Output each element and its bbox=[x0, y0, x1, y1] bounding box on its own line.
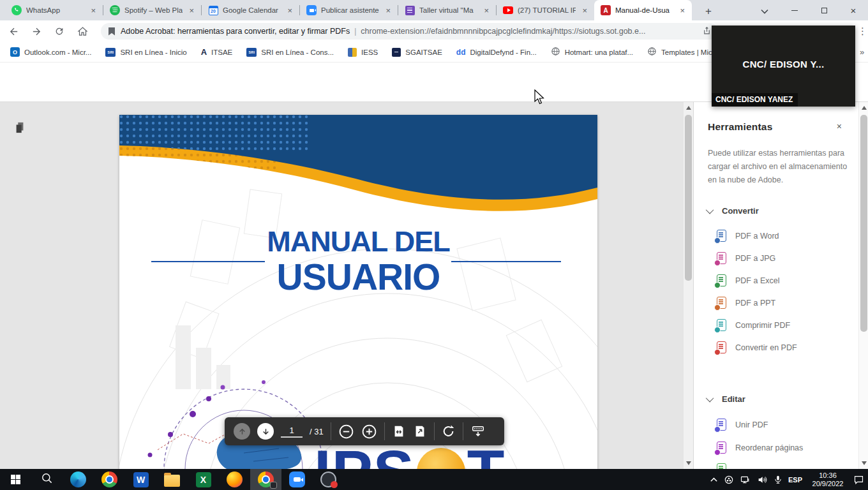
language-indicator[interactable]: ESP bbox=[788, 476, 802, 484]
bookmark-outlook[interactable]: OOutlook.com - Micr... bbox=[10, 47, 91, 57]
excel-icon: X bbox=[196, 472, 211, 487]
volume-icon[interactable] bbox=[756, 475, 768, 485]
bookmark-label: Outlook.com - Micr... bbox=[24, 48, 91, 56]
participant-name-center: CNC/ EDISON Y... bbox=[712, 59, 855, 70]
sidebar-scrollbar[interactable] bbox=[858, 102, 868, 469]
share-icon[interactable] bbox=[702, 26, 712, 38]
address-bar[interactable]: Adobe Acrobat: herramientas para convert… bbox=[101, 23, 718, 40]
scroll-up-icon[interactable] bbox=[862, 106, 867, 110]
section-editar[interactable]: Editar bbox=[708, 394, 745, 404]
tool-convertir-en-pdf[interactable]: Convertir en PDF bbox=[717, 341, 797, 353]
tab-close-icon[interactable]: × bbox=[384, 6, 393, 15]
bookmark-sri-consultas[interactable]: SRISRI en Línea - Cons... bbox=[246, 48, 334, 57]
close-icon[interactable]: × bbox=[837, 121, 842, 131]
home-icon[interactable] bbox=[73, 22, 92, 41]
microphone-icon[interactable] bbox=[774, 474, 782, 485]
zoom-app-icon bbox=[289, 471, 305, 487]
tab-youtube[interactable]: (27) TUTORIAL IP × bbox=[497, 0, 594, 20]
title-rule-right bbox=[451, 261, 561, 262]
tool-pdf-a-excel[interactable]: PDF a Excel bbox=[717, 274, 779, 286]
taskbar-excel[interactable]: X bbox=[188, 469, 219, 490]
notification-center-icon[interactable] bbox=[853, 475, 864, 485]
scroll-up-icon[interactable] bbox=[686, 106, 691, 110]
scrollbar-thumb[interactable] bbox=[860, 115, 867, 332]
convert-to-pdf-icon bbox=[717, 341, 726, 353]
reload-icon[interactable] bbox=[50, 22, 69, 41]
bookmark-digitaldefynd[interactable]: ddDigitalDefynd - Fin... bbox=[456, 48, 537, 57]
new-tab-button[interactable]: + bbox=[700, 3, 717, 20]
tab-search-chevron-icon[interactable] bbox=[761, 5, 768, 17]
window-restore-button[interactable] bbox=[809, 0, 839, 20]
rotate-page-button[interactable] bbox=[442, 424, 456, 438]
zoom-camera-icon bbox=[306, 5, 317, 15]
tool-label: Unir PDF bbox=[735, 420, 768, 429]
taskbar-word[interactable]: W bbox=[125, 469, 156, 490]
taskbar-clock[interactable]: 10:36 20/9/2022 bbox=[808, 471, 848, 488]
network-icon[interactable] bbox=[740, 475, 751, 485]
bookmark-sgaitsae[interactable]: SGAITSAE bbox=[392, 48, 442, 57]
tab-whatsapp[interactable]: WhatsApp × bbox=[5, 0, 103, 20]
taskbar-obs[interactable] bbox=[313, 469, 344, 490]
page-number-input[interactable]: 1 bbox=[281, 426, 303, 438]
scroll-down-icon[interactable] bbox=[686, 461, 691, 465]
tray-expand-chevron-icon[interactable] bbox=[710, 477, 718, 482]
tab-close-icon[interactable]: × bbox=[580, 6, 589, 15]
taskbar-edge[interactable] bbox=[63, 469, 94, 490]
tool-reordenar-paginas[interactable]: Reordenar páginas bbox=[717, 442, 803, 454]
cover-title-line2: USUARIO bbox=[119, 259, 597, 295]
tool-partial-hidden[interactable] bbox=[717, 463, 726, 469]
start-button[interactable] bbox=[0, 469, 31, 490]
file-explorer-icon bbox=[164, 475, 180, 487]
tool-pdf-a-jpg[interactable]: PDF a JPG bbox=[717, 252, 775, 264]
video-participant-overlay[interactable]: CNC/ EDISON Y... CNC/ EDISON YANEZ bbox=[712, 26, 855, 107]
bookmark-label: SRI en Línea - Inicio bbox=[120, 48, 186, 56]
tab-google-forms[interactable]: Taller virtual "Ma × bbox=[398, 0, 496, 20]
back-icon[interactable] bbox=[4, 22, 23, 41]
tool-unir-pdf[interactable]: Unir PDF bbox=[717, 419, 768, 431]
bookmark-hotmart[interactable]: Hotmart: una plataf... bbox=[551, 47, 633, 57]
scroll-down-icon[interactable] bbox=[862, 461, 867, 465]
taskbar-chrome[interactable] bbox=[94, 469, 125, 490]
bookmark-itsae[interactable]: AITSAE bbox=[201, 47, 233, 57]
bookmarks-overflow-icon[interactable]: » bbox=[860, 47, 864, 57]
tab-google-calendar[interactable]: 20 Google Calendar × bbox=[202, 0, 299, 20]
clock-date: 20/9/2022 bbox=[812, 480, 844, 487]
section-convertir[interactable]: Convertir bbox=[708, 206, 759, 216]
bookmark-sri-inicio[interactable]: SRISRI en Línea - Inicio bbox=[105, 48, 186, 57]
taskbar-firefox[interactable] bbox=[219, 469, 250, 490]
scrollbar-thumb[interactable] bbox=[685, 115, 692, 281]
screen: WhatsApp × Spotify – Web Pla × 20 Google… bbox=[0, 0, 868, 490]
toolbar-pin-button[interactable] bbox=[470, 424, 486, 438]
browser-menu-icon[interactable]: ⋮ bbox=[858, 26, 867, 37]
obs-tray-icon[interactable] bbox=[724, 475, 734, 485]
fit-width-button[interactable] bbox=[392, 424, 406, 438]
tab-spotify[interactable]: Spotify – Web Pla × bbox=[103, 0, 201, 20]
tool-pdf-a-word[interactable]: PDF a Word bbox=[717, 230, 779, 242]
previous-page-button[interactable] bbox=[234, 423, 250, 440]
tab-close-icon[interactable]: × bbox=[187, 6, 196, 15]
bookmark-label: ITSAE bbox=[211, 48, 232, 56]
tool-comprimir-pdf[interactable]: Comprimir PDF bbox=[717, 319, 790, 331]
window-close-button[interactable]: × bbox=[839, 0, 868, 20]
tab-zoom-publicar[interactable]: Publicar asistente × bbox=[300, 0, 398, 20]
zoom-in-button[interactable] bbox=[361, 424, 377, 440]
tab-close-icon[interactable]: × bbox=[285, 6, 294, 15]
forward-icon[interactable] bbox=[27, 22, 46, 41]
tab-manual-pdf-active[interactable]: A Manual-de-Usua × bbox=[594, 0, 692, 20]
pdf-scrollbar[interactable] bbox=[684, 102, 693, 469]
tab-close-icon[interactable]: × bbox=[89, 6, 98, 15]
zoom-out-button[interactable] bbox=[338, 424, 354, 440]
tool-pdf-a-ppt[interactable]: PDF a PPT bbox=[717, 297, 775, 309]
next-page-button[interactable] bbox=[257, 423, 274, 440]
bookmark-iess[interactable]: IESS bbox=[348, 48, 378, 57]
page-thumbnails-icon[interactable] bbox=[14, 121, 26, 137]
window-minimize-button[interactable] bbox=[780, 0, 809, 20]
bookmark-label: DigitalDefynd - Fin... bbox=[470, 48, 536, 56]
taskbar-search-button[interactable] bbox=[31, 469, 63, 490]
taskbar-file-explorer[interactable] bbox=[156, 469, 188, 490]
fit-page-button[interactable] bbox=[413, 424, 427, 438]
taskbar-zoom[interactable] bbox=[281, 469, 313, 490]
taskbar-chrome-active[interactable] bbox=[250, 469, 281, 490]
tab-close-icon[interactable]: × bbox=[678, 6, 687, 15]
tab-close-icon[interactable]: × bbox=[482, 6, 491, 15]
